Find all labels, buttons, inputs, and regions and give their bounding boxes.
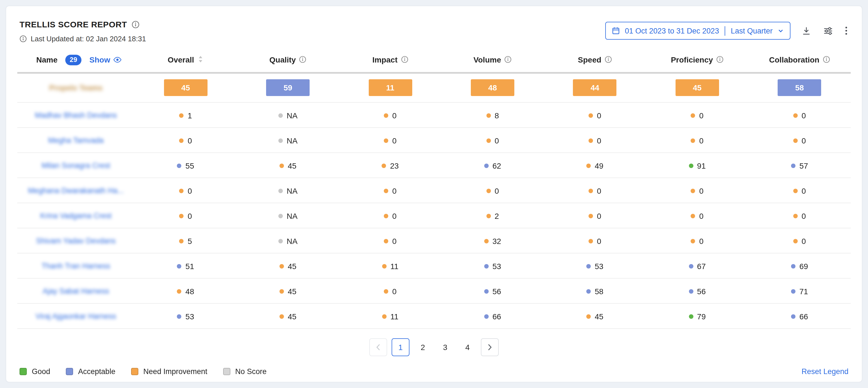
score-cell: 57 bbox=[748, 153, 851, 178]
score-level-dot bbox=[586, 314, 591, 319]
score-cell: 11 bbox=[339, 253, 441, 278]
score-value: 11 bbox=[382, 262, 399, 270]
contributor-name-cell: Milan Sonagra Crest bbox=[17, 153, 134, 178]
title-info-icon[interactable] bbox=[131, 20, 139, 28]
info-icon[interactable] bbox=[401, 56, 408, 65]
table-row: Viraj Ajgaonkar Harness53451166457966 bbox=[17, 303, 851, 329]
score-level-dot bbox=[793, 213, 798, 218]
contributor-name-link[interactable]: Shivam Yadav Devdans bbox=[36, 237, 116, 245]
score-cell: 0 bbox=[748, 127, 851, 153]
score-number: 1 bbox=[188, 111, 192, 120]
score-level-dot bbox=[691, 113, 695, 118]
score-cell: 45 bbox=[237, 153, 339, 178]
score-number: 0 bbox=[188, 136, 192, 145]
pagination-page-3[interactable]: 3 bbox=[436, 338, 454, 356]
pagination-next-button[interactable] bbox=[481, 338, 499, 356]
more-options-button[interactable] bbox=[844, 25, 848, 36]
team-score-cell: 11 bbox=[339, 73, 441, 102]
score-cell: 0 bbox=[339, 127, 441, 153]
score-value: 8 bbox=[486, 111, 499, 120]
show-link[interactable]: Show bbox=[90, 55, 122, 64]
score-value: 0 bbox=[793, 136, 806, 145]
pagination-page-2[interactable]: 2 bbox=[414, 338, 432, 356]
contributor-name-link[interactable]: Madhav Bhash Devdans bbox=[35, 111, 117, 119]
score-value: 0 bbox=[179, 186, 192, 195]
score-value: 0 bbox=[589, 211, 601, 220]
contributor-name-link[interactable]: Megha Tamvada bbox=[48, 136, 103, 145]
info-icon[interactable] bbox=[504, 56, 512, 65]
score-number: 0 bbox=[802, 236, 806, 245]
score-value: 45 bbox=[586, 312, 603, 321]
info-icon[interactable] bbox=[605, 56, 612, 65]
legend-item-good[interactable]: Good bbox=[20, 367, 50, 376]
column-header-collaboration: Collaboration bbox=[748, 48, 851, 73]
contributor-name-cell: Viraj Ajgaonkar Harness bbox=[17, 303, 134, 329]
team-row: Propelo Teams45591148444558 bbox=[17, 73, 851, 102]
legend-swatch bbox=[66, 368, 73, 375]
trellis-score-table: Name 29 Show OverallQualityImpactVolumeS… bbox=[17, 48, 851, 329]
legend-item-acceptable[interactable]: Acceptable bbox=[66, 367, 116, 376]
score-cell: 1 bbox=[134, 102, 237, 127]
score-cell: 32 bbox=[441, 228, 544, 253]
score-number: 66 bbox=[492, 312, 501, 321]
score-level-dot bbox=[384, 289, 388, 293]
score-cell: 0 bbox=[544, 228, 646, 253]
column-label: Overall bbox=[167, 56, 194, 64]
contributor-name-link[interactable]: Krina Vadgama Crest bbox=[40, 212, 112, 220]
score-level-dot bbox=[279, 289, 284, 293]
score-number: 0 bbox=[392, 211, 397, 220]
table-row: Krina Vadgama Crest0NA02000 bbox=[17, 203, 851, 228]
score-level-dot bbox=[384, 188, 388, 193]
report-card: TRELLIS SCORE REPORT Last Updated at: 02… bbox=[6, 6, 862, 382]
download-button[interactable] bbox=[801, 25, 812, 36]
team-score-cell: 48 bbox=[441, 73, 544, 102]
score-value: 53 bbox=[177, 312, 194, 321]
column-header-overall[interactable]: Overall bbox=[134, 48, 237, 73]
score-cell: 56 bbox=[441, 278, 544, 303]
score-value: 53 bbox=[484, 262, 501, 270]
date-range-picker[interactable]: 01 Oct 2023 to 31 Dec 2023 Last Quarter bbox=[605, 22, 790, 40]
show-label: Show bbox=[90, 55, 111, 64]
contributor-name-link[interactable]: Milan Sonagra Crest bbox=[41, 161, 110, 170]
score-cell: 56 bbox=[646, 278, 748, 303]
info-icon[interactable] bbox=[823, 56, 830, 65]
report-header: TRELLIS SCORE REPORT Last Updated at: 02… bbox=[6, 6, 862, 43]
table-row: Megha Tamvada0NA00000 bbox=[17, 127, 851, 153]
contributor-name-link[interactable]: Viraj Ajgaonkar Harness bbox=[35, 312, 116, 321]
legend-item-no-score[interactable]: No Score bbox=[223, 367, 267, 376]
score-value: 71 bbox=[791, 287, 808, 296]
contributor-name-link[interactable]: Thanh Tran Harness bbox=[41, 262, 110, 270]
sort-icon[interactable] bbox=[197, 55, 204, 65]
contributor-name-link[interactable]: Ajay Sabat Harness bbox=[43, 287, 109, 295]
score-value: 1 bbox=[179, 111, 192, 120]
legend-label: Need Improvement bbox=[143, 367, 208, 376]
table-wrap: Name 29 Show OverallQualityImpactVolumeS… bbox=[6, 43, 862, 329]
legend-item-need-improvement[interactable]: Need Improvement bbox=[131, 367, 208, 376]
score-number: 11 bbox=[391, 312, 399, 321]
reset-legend-link[interactable]: Reset Legend bbox=[802, 367, 848, 376]
info-icon[interactable] bbox=[299, 56, 307, 65]
team-name-link[interactable]: Propelo Teams bbox=[49, 84, 103, 92]
legend-label: No Score bbox=[235, 367, 267, 376]
score-value: 67 bbox=[689, 262, 706, 270]
score-value: 58 bbox=[586, 287, 603, 296]
pagination-prev-button[interactable] bbox=[369, 338, 387, 356]
settings-sliders-button[interactable] bbox=[822, 25, 834, 36]
score-number: 0 bbox=[392, 111, 397, 120]
team-score-cell: 58 bbox=[748, 73, 851, 102]
score-value: 45 bbox=[279, 287, 297, 296]
score-level-dot bbox=[589, 188, 593, 193]
score-number: NA bbox=[287, 211, 298, 220]
score-cell: 0 bbox=[544, 127, 646, 153]
score-level-dot bbox=[791, 163, 796, 168]
info-icon[interactable] bbox=[716, 56, 723, 65]
score-number: 45 bbox=[288, 262, 297, 270]
legend: GoodAcceptableNeed ImprovementNo Score R… bbox=[6, 362, 862, 385]
score-box: 58 bbox=[778, 79, 822, 96]
score-cell: 67 bbox=[646, 253, 748, 278]
pagination-page-1[interactable]: 1 bbox=[392, 338, 409, 356]
score-level-dot bbox=[279, 163, 284, 168]
score-cell: 49 bbox=[544, 153, 646, 178]
pagination-page-4[interactable]: 4 bbox=[459, 338, 476, 356]
contributor-name-link[interactable]: Meghana Dwarakanath Ha... bbox=[28, 186, 124, 195]
